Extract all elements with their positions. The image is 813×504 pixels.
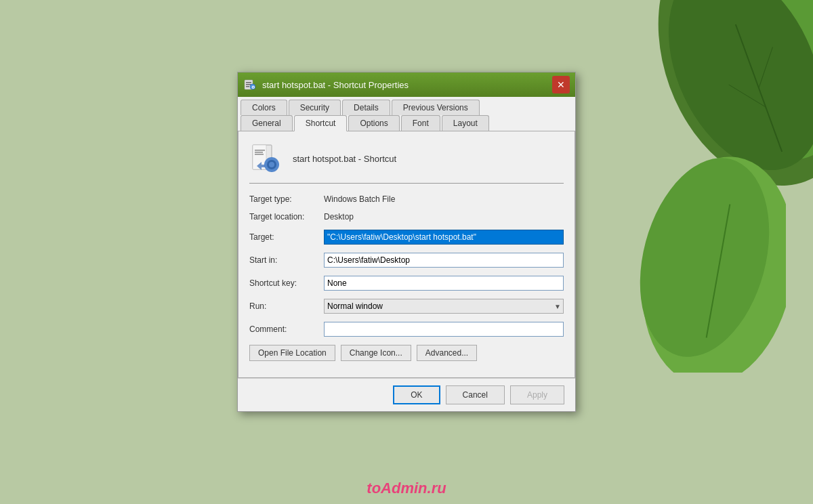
svg-point-22 (269, 162, 274, 167)
file-icon (249, 142, 282, 175)
comment-row: Comment: (249, 322, 564, 337)
target-type-row: Target type: Windows Batch File (249, 194, 564, 204)
svg-point-6 (625, 144, 786, 373)
svg-point-7 (619, 144, 786, 371)
comment-input[interactable] (324, 322, 564, 337)
close-button[interactable]: ✕ (552, 76, 570, 93)
run-select[interactable]: Normal window Minimized Maximized (324, 299, 564, 314)
run-row: Run: Normal window Minimized Maximized ▼ (249, 299, 564, 314)
file-info: start hotspot.bat - Shortcut (249, 142, 564, 184)
shortcut-key-label: Shortcut key: (249, 278, 324, 288)
target-input[interactable] (324, 230, 564, 245)
action-buttons: Open File Location Change Icon... Advanc… (249, 345, 564, 361)
shortcut-properties-dialog: ⚙ start hotspot.bat - Shortcut Propertie… (237, 72, 576, 412)
tab-previous-versions[interactable]: Previous Versions (392, 100, 480, 115)
shortcut-key-input[interactable] (324, 276, 564, 291)
advanced-button[interactable]: Advanced... (417, 345, 477, 361)
svg-rect-17 (255, 150, 265, 151)
target-location-value: Desktop (324, 212, 354, 222)
svg-rect-10 (246, 82, 251, 83)
change-icon-button[interactable]: Change Icon... (341, 345, 411, 361)
tab-security[interactable]: Security (289, 100, 341, 115)
svg-rect-24 (271, 169, 272, 172)
file-title-text: start hotspot.bat - Shortcut (293, 154, 396, 164)
svg-rect-12 (246, 86, 249, 87)
title-bar-icon: ⚙ (243, 78, 257, 91)
target-location-label: Target location: (249, 212, 324, 222)
cancel-button[interactable]: Cancel (446, 385, 505, 404)
svg-line-3 (736, 24, 782, 152)
target-row: Target: (249, 230, 564, 245)
svg-line-8 (707, 205, 730, 338)
tabs-row1-container: Colors Security Details Previous Version… (238, 97, 575, 131)
watermark: toAdmin.ru (367, 480, 446, 497)
shortcut-key-row: Shortcut key: (249, 276, 564, 291)
target-type-label: Target type: (249, 194, 324, 204)
run-select-wrapper: Normal window Minimized Maximized ▼ (324, 299, 564, 314)
target-label: Target: (249, 232, 324, 242)
start-in-row: Start in: (249, 253, 564, 268)
svg-rect-18 (255, 152, 263, 153)
target-location-row: Target location: Desktop (249, 212, 564, 222)
start-in-label: Start in: (249, 255, 324, 265)
svg-rect-19 (255, 154, 264, 155)
tab-shortcut[interactable]: Shortcut (294, 115, 348, 131)
tab-layout[interactable]: Layout (442, 115, 489, 131)
svg-point-1 (663, 0, 813, 180)
tab-details[interactable]: Details (342, 100, 390, 115)
title-bar: ⚙ start hotspot.bat - Shortcut Propertie… (238, 72, 575, 97)
ok-button[interactable]: OK (393, 385, 440, 404)
tabs-row2: General Shortcut Options Font Layout (241, 115, 572, 131)
start-in-input[interactable] (324, 253, 564, 268)
tab-general[interactable]: General (241, 115, 293, 131)
svg-line-5 (729, 75, 766, 117)
dialog-content: start hotspot.bat - Shortcut Target type… (238, 131, 575, 378)
apply-button[interactable]: Apply (510, 385, 564, 404)
svg-line-4 (747, 47, 785, 88)
svg-point-2 (638, 0, 813, 194)
open-file-location-button[interactable]: Open File Location (249, 345, 335, 361)
tab-options[interactable]: Options (348, 115, 399, 131)
svg-rect-26 (276, 164, 279, 165)
svg-point-0 (623, 0, 813, 214)
dialog-title: start hotspot.bat - Shortcut Properties (262, 80, 552, 90)
target-type-value: Windows Batch File (324, 194, 395, 204)
svg-rect-23 (271, 157, 272, 160)
bottom-bar: OK Cancel Apply (238, 378, 575, 411)
tab-font[interactable]: Font (401, 115, 440, 131)
tabs-row1: Colors Security Details Previous Version… (241, 100, 572, 115)
comment-label: Comment: (249, 324, 324, 334)
run-label: Run: (249, 301, 324, 311)
tab-colors[interactable]: Colors (241, 100, 287, 115)
